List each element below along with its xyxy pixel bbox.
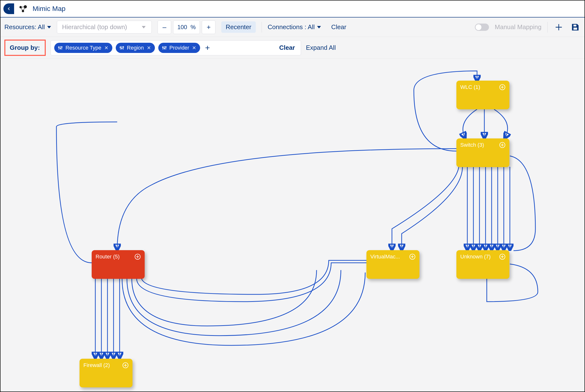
node-wlc[interactable]: WLC (1) bbox=[456, 81, 509, 109]
divider bbox=[262, 22, 262, 32]
caret-down-icon bbox=[142, 26, 146, 28]
plus-icon bbox=[555, 23, 563, 31]
node-label: Firewall (2) bbox=[83, 362, 110, 368]
remove-chip-icon[interactable]: ✕ bbox=[147, 45, 151, 51]
toolbar: Resources: All Hierarchical (top down) –… bbox=[1, 18, 584, 37]
zoom-controls: – 100 % + bbox=[158, 20, 215, 34]
resources-dropdown[interactable]: Resources: All bbox=[4, 23, 51, 31]
svg-rect-12 bbox=[120, 46, 121, 50]
zoom-in-button[interactable]: + bbox=[202, 20, 215, 34]
remove-chip-icon[interactable]: ✕ bbox=[104, 45, 108, 51]
recenter-button[interactable]: Recenter bbox=[221, 21, 256, 33]
chip-label: Region bbox=[127, 45, 144, 51]
expand-icon[interactable] bbox=[499, 84, 505, 90]
svg-rect-13 bbox=[122, 46, 122, 50]
zoom-value: 100 bbox=[177, 24, 187, 30]
expand-icon[interactable] bbox=[134, 254, 141, 260]
add-button[interactable] bbox=[553, 22, 564, 32]
diagram-canvas[interactable]: WLC (1) Switch (3) Router (5) VirtualMac… bbox=[1, 59, 584, 392]
svg-rect-6 bbox=[59, 46, 59, 50]
node-label: Unknown (7) bbox=[460, 254, 491, 260]
caret-down-icon bbox=[47, 26, 51, 28]
expand-icon[interactable] bbox=[122, 362, 129, 368]
remove-chip-icon[interactable]: ✕ bbox=[192, 45, 196, 51]
node-label: VirtualMac... bbox=[370, 254, 400, 260]
node-router[interactable]: Router (5) bbox=[92, 250, 145, 279]
sliders-icon bbox=[120, 46, 124, 50]
svg-rect-18 bbox=[163, 46, 163, 50]
back-button[interactable] bbox=[4, 4, 14, 14]
connections-label: Connections : All bbox=[268, 23, 315, 31]
chevron-left-icon bbox=[7, 6, 11, 11]
clear-connections-button[interactable]: Clear bbox=[327, 21, 351, 33]
header-bar: Mimic Map bbox=[1, 0, 584, 18]
groupby-label: Group by: bbox=[4, 40, 46, 56]
expand-all-button[interactable]: Expand All bbox=[306, 44, 336, 52]
app-logo-icon bbox=[19, 5, 28, 13]
node-unknown[interactable]: Unknown (7) bbox=[456, 250, 509, 279]
groupby-bar: Group by: Resource Type ✕ Region ✕ Provi… bbox=[1, 37, 584, 59]
caret-down-icon bbox=[317, 26, 321, 28]
svg-rect-23 bbox=[165, 47, 167, 47]
chip-label: Provider bbox=[169, 45, 189, 51]
svg-rect-7 bbox=[60, 46, 61, 50]
svg-rect-11 bbox=[61, 47, 63, 47]
svg-rect-9 bbox=[58, 47, 60, 48]
svg-rect-21 bbox=[162, 47, 164, 48]
node-virtualmachine[interactable]: VirtualMac... bbox=[366, 250, 419, 279]
node-label: WLC (1) bbox=[460, 84, 480, 90]
save-icon bbox=[571, 23, 580, 32]
groupby-chip-provider[interactable]: Provider ✕ bbox=[158, 43, 200, 53]
clear-groupby-button[interactable]: Clear bbox=[279, 44, 297, 52]
node-label: Router (5) bbox=[96, 254, 120, 260]
node-label: Switch (3) bbox=[460, 142, 484, 148]
svg-rect-19 bbox=[164, 46, 165, 50]
resources-label: Resources: All bbox=[4, 23, 45, 31]
sliders-icon bbox=[58, 46, 63, 50]
groupby-chip-region[interactable]: Region ✕ bbox=[116, 43, 155, 53]
manual-mapping-toggle[interactable] bbox=[475, 24, 489, 31]
zoom-out-button[interactable]: – bbox=[158, 20, 171, 34]
expand-icon[interactable] bbox=[409, 254, 416, 260]
save-button[interactable] bbox=[570, 22, 581, 32]
expand-icon[interactable] bbox=[499, 254, 505, 260]
expand-icon[interactable] bbox=[499, 142, 505, 148]
svg-rect-22 bbox=[164, 48, 165, 49]
zoom-unit: % bbox=[191, 24, 196, 30]
node-firewall[interactable]: Firewall (2) bbox=[80, 359, 133, 388]
svg-rect-10 bbox=[60, 48, 61, 49]
svg-rect-16 bbox=[121, 48, 123, 49]
groupby-chip-resource-type[interactable]: Resource Type ✕ bbox=[54, 43, 112, 53]
groupby-chipset: Resource Type ✕ Region ✕ Provider ✕ + Cl… bbox=[51, 40, 301, 56]
node-switch[interactable]: Switch (3) bbox=[456, 138, 509, 167]
manual-mapping-label: Manual Mapping bbox=[495, 23, 541, 31]
layout-placeholder: Hierarchical (top down) bbox=[62, 23, 127, 31]
divider bbox=[547, 22, 547, 32]
svg-rect-17 bbox=[123, 47, 124, 47]
svg-rect-15 bbox=[120, 47, 121, 48]
chip-label: Resource Type bbox=[65, 45, 101, 51]
sliders-icon bbox=[162, 46, 167, 50]
zoom-value-field[interactable]: 100 % bbox=[173, 20, 200, 34]
page-title: Mimic Map bbox=[33, 5, 65, 13]
connections-dropdown[interactable]: Connections : All bbox=[268, 23, 321, 31]
add-groupby-button[interactable]: + bbox=[205, 43, 210, 52]
svg-line-4 bbox=[21, 7, 23, 11]
layout-dropdown[interactable]: Hierarchical (top down) bbox=[57, 21, 152, 34]
